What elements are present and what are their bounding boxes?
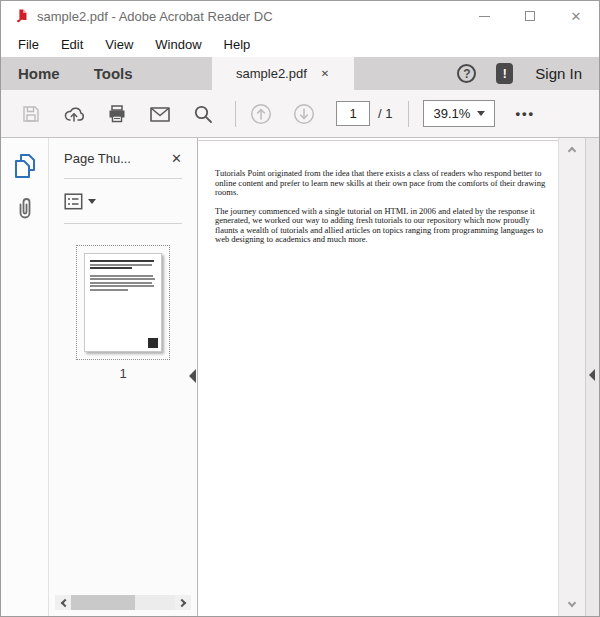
acrobat-pdf-icon	[13, 8, 29, 24]
page-top-edge	[198, 140, 558, 141]
horizontal-scroll-track[interactable]	[71, 595, 175, 610]
maximize-icon	[525, 11, 535, 21]
document-vertical-scrollbar[interactable]	[558, 138, 585, 616]
next-page-button[interactable]	[291, 99, 317, 129]
help-icon[interactable]: ?	[457, 64, 476, 83]
menu-window[interactable]: Window	[144, 37, 212, 52]
document-tab-label: sample2.pdf	[236, 66, 307, 81]
notification-icon[interactable]: !	[496, 63, 513, 84]
content-area: Page Thu... ✕	[1, 138, 599, 616]
right-tools-rail	[585, 138, 599, 616]
search-button[interactable]	[190, 99, 216, 129]
panel-horizontal-scrollbar	[55, 595, 191, 610]
page-count-label: / 1	[378, 106, 392, 121]
left-navigation-rail	[1, 138, 49, 616]
scroll-right-button[interactable]	[175, 595, 191, 610]
tab-bar: Home Tools sample2.pdf ✕ ? ! Sign In	[1, 57, 599, 90]
pdf-page-text: Tutorials Point originated from the idea…	[215, 169, 551, 245]
chevron-left-icon	[60, 598, 68, 606]
menu-bar: File Edit View Window Help	[1, 31, 599, 57]
paragraph: Tutorials Point originated from the idea…	[215, 169, 551, 198]
email-button[interactable]	[147, 99, 173, 129]
tab-home[interactable]: Home	[1, 57, 77, 90]
chevron-up-icon	[568, 147, 576, 155]
panel-title: Page Thu...	[64, 151, 171, 166]
panel-close-icon[interactable]: ✕	[171, 151, 182, 166]
page-number-input[interactable]	[336, 101, 370, 126]
save-icon	[20, 103, 42, 125]
tab-document-active[interactable]: sample2.pdf ✕	[212, 57, 354, 90]
thumbnail-page-number: 1	[119, 366, 126, 381]
close-button[interactable]: ✕	[553, 1, 599, 31]
window-title: sample2.pdf - Adobe Acrobat Reader DC	[37, 9, 273, 24]
envelope-icon	[148, 103, 172, 125]
menu-edit[interactable]: Edit	[50, 37, 94, 52]
options-list-icon	[64, 193, 83, 210]
close-icon: ✕	[571, 9, 582, 24]
zoom-level-dropdown[interactable]: 39.1%	[423, 100, 495, 127]
thumbnail-options-button[interactable]	[49, 179, 197, 223]
thumbnail-page-1[interactable]	[76, 245, 170, 360]
previous-page-button[interactable]	[248, 99, 274, 129]
thumbnail-corner-mark	[148, 338, 158, 348]
acrobat-reader-window: sample2.pdf - Adobe Acrobat Reader DC ✕ …	[0, 0, 600, 617]
chevron-down-icon	[477, 111, 485, 116]
more-tools-button[interactable]: •••	[515, 106, 535, 121]
cloud-upload-icon	[62, 103, 86, 125]
expand-tools-pane-handle[interactable]	[589, 369, 595, 381]
document-viewport: Tutorials Point originated from the idea…	[198, 138, 558, 616]
scroll-left-button[interactable]	[55, 595, 71, 610]
menu-help[interactable]: Help	[213, 37, 262, 52]
toolbar-divider	[408, 101, 409, 127]
tab-spacer	[150, 57, 212, 90]
attachments-paperclip-icon[interactable]	[13, 195, 37, 221]
minimize-button[interactable]	[461, 1, 507, 31]
share-upload-button[interactable]	[61, 99, 87, 129]
close-tab-icon[interactable]: ✕	[321, 68, 329, 79]
toolbar: / 1 39.1% •••	[1, 90, 599, 138]
collapse-panel-handle[interactable]	[189, 369, 196, 383]
chevron-right-icon	[177, 598, 185, 606]
page-down-icon	[292, 102, 316, 126]
horizontal-scroll-thumb[interactable]	[71, 595, 135, 610]
panel-header: Page Thu... ✕	[49, 138, 197, 178]
page-up-icon	[249, 102, 273, 126]
thumbnail-page-preview	[84, 253, 162, 352]
page-thumbnails-panel: Page Thu... ✕	[49, 138, 198, 616]
sign-in-button[interactable]: Sign In	[535, 65, 599, 82]
minimize-icon	[479, 16, 490, 17]
toolbar-divider	[235, 101, 236, 127]
search-icon	[192, 103, 214, 125]
zoom-level-value: 39.1%	[433, 106, 477, 121]
tab-bar-right: ? ! Sign In	[457, 57, 599, 90]
menu-view[interactable]: View	[94, 37, 144, 52]
save-button[interactable]	[18, 99, 44, 129]
page-thumbnails-icon[interactable]	[12, 153, 37, 180]
window-controls: ✕	[461, 1, 599, 31]
printer-icon	[106, 103, 128, 125]
chevron-down-icon	[88, 199, 96, 204]
scroll-down-button[interactable]	[559, 600, 585, 609]
tab-tools[interactable]: Tools	[77, 57, 150, 90]
title-bar: sample2.pdf - Adobe Acrobat Reader DC ✕	[1, 1, 599, 31]
chevron-down-icon	[568, 599, 576, 607]
menu-file[interactable]: File	[7, 37, 50, 52]
print-button[interactable]	[104, 99, 130, 129]
thumbnail-list: 1	[49, 224, 197, 616]
maximize-button[interactable]	[507, 1, 553, 31]
paragraph: The journey commenced with a single tuto…	[215, 207, 551, 245]
scroll-up-button[interactable]	[559, 145, 585, 154]
